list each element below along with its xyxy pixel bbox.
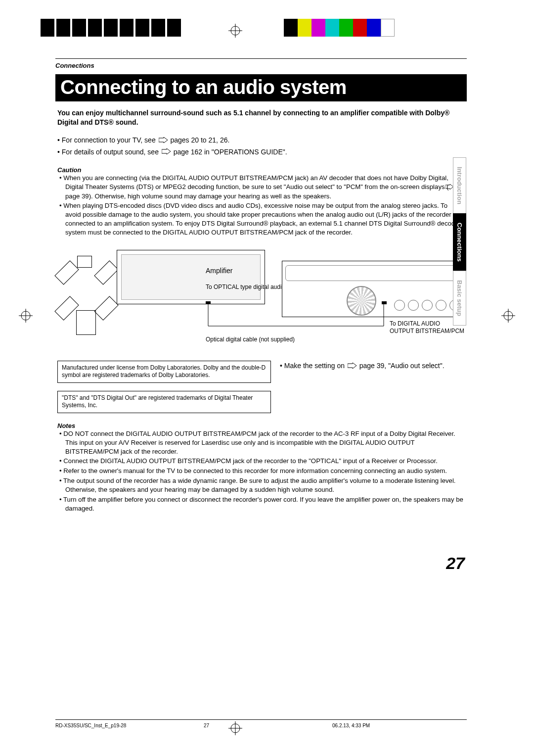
notes-heading: Notes xyxy=(55,422,467,429)
page-ref-arrow-icon xyxy=(348,362,356,370)
svg-rect-9 xyxy=(206,301,211,304)
amplifier-illustration xyxy=(117,250,265,304)
tv-ref-suffix: pages 20 to 21, 26. xyxy=(170,136,229,144)
note-item: • DO NOT connect the DIGITAL AUDIO OUTPU… xyxy=(65,429,465,456)
intro-text: You can enjoy multichannel surround-soun… xyxy=(55,108,467,127)
caution-heading: Caution xyxy=(55,166,467,174)
tab-connections: Connections xyxy=(453,213,466,271)
amplifier-label: Amplifier xyxy=(206,267,232,275)
subwoofer-icon xyxy=(76,310,96,335)
print-marks xyxy=(0,19,534,37)
dolby-license: Manufactured under license from Dolby La… xyxy=(57,361,271,383)
caution-item-2: • When playing DTS-encoded discs (DVD vi… xyxy=(65,201,465,236)
setting-note-prefix: • Make the setting on xyxy=(280,362,347,370)
tv-ref-prefix: • For connection to your TV, see xyxy=(57,136,158,144)
side-tabs: Introduction Connections Basic setup xyxy=(453,157,467,325)
divider xyxy=(55,58,467,59)
page-ref-arrow-icon xyxy=(162,147,171,157)
optical-cable-line xyxy=(206,301,403,336)
dts-license: "DTS" and "DTS Digital Out" are register… xyxy=(57,391,271,413)
caution-item-1a: • When you are connecting (via the DIGIT… xyxy=(59,174,449,190)
note-item: • Refer to the owner's manual for the TV… xyxy=(65,467,465,475)
registration-mark-icon xyxy=(19,309,33,323)
cable-note: Optical digital cable (not supplied) xyxy=(206,336,295,343)
section-label: Connections xyxy=(55,62,467,69)
speaker-icon xyxy=(54,296,79,320)
svg-rect-10 xyxy=(382,301,387,304)
connection-diagram: Amplifier To OPTICAL type digital audio … xyxy=(57,247,465,351)
registration-mark-icon xyxy=(228,24,242,38)
setting-note: • Make the setting on page 39, "Audio ou… xyxy=(280,361,465,370)
license-row: Manufactured under license from Dolby La… xyxy=(57,361,465,413)
notes-body: • DO NOT connect the DIGITAL AUDIO OUTPU… xyxy=(55,429,467,513)
speaker-icon xyxy=(94,296,118,320)
rear-ports xyxy=(394,300,460,311)
registration-mark-icon xyxy=(501,309,515,323)
note-item: • Connect the DIGITAL AUDIO OUTPUT BITST… xyxy=(65,457,465,466)
note-item: • The output sound of the recorder has a… xyxy=(65,476,465,494)
tab-basic-setup: Basic setup xyxy=(453,271,466,326)
tab-introduction: Introduction xyxy=(453,157,466,214)
sound-ref-prefix: • For details of output sound, see xyxy=(57,148,161,156)
caution-body: • When you are connecting (via the DIGIT… xyxy=(55,174,467,236)
center-speaker-icon xyxy=(77,256,92,268)
print-marks-bottom xyxy=(0,719,534,737)
color-bars xyxy=(284,19,395,37)
registration-mark-icon xyxy=(228,721,242,735)
caution-item-1b: page 39). Otherwise, high volume sound m… xyxy=(65,192,331,200)
setting-note-suffix: page 39, "Audio out select". xyxy=(359,362,445,370)
sound-ref-suffix: page 162 in "OPERATIONS GUIDE". xyxy=(174,148,287,156)
page-content: Connections Connecting to an audio syste… xyxy=(55,58,467,514)
page-number: 27 xyxy=(446,554,465,573)
note-item: • Turn off the amplifier before you conn… xyxy=(65,495,465,513)
page-title: Connecting to an audio system xyxy=(55,74,467,101)
page-ref-arrow-icon xyxy=(159,136,168,146)
density-bars xyxy=(41,19,181,37)
reference-bullets: • For connection to your TV, see pages 2… xyxy=(55,135,467,158)
speaker-icon xyxy=(94,260,118,284)
speaker-icon xyxy=(54,260,79,284)
